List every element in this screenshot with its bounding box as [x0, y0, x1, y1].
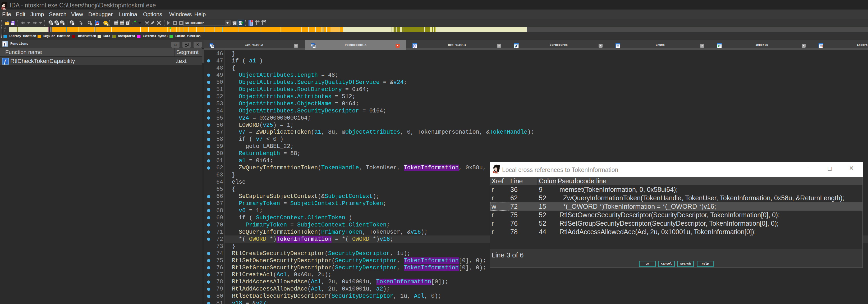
svg-text:C: C — [234, 22, 236, 25]
svg-text:#: # — [51, 23, 52, 25]
svg-text:'s: 's — [132, 22, 134, 25]
svg-text:CODE: CODE — [115, 23, 119, 24]
svg-text:64: 64 — [493, 170, 497, 174]
svg-text:64: 64 — [1, 7, 5, 9]
svg-text:>: > — [72, 23, 73, 25]
svg-text:A: A — [126, 22, 128, 25]
svg-text:No debugger: No debugger — [185, 21, 204, 25]
svg-text:DATA: DATA — [121, 23, 125, 24]
svg-text:C: C — [239, 22, 241, 25]
svg-text:1: 1 — [62, 23, 63, 25]
svg-text:T: T — [57, 23, 58, 25]
